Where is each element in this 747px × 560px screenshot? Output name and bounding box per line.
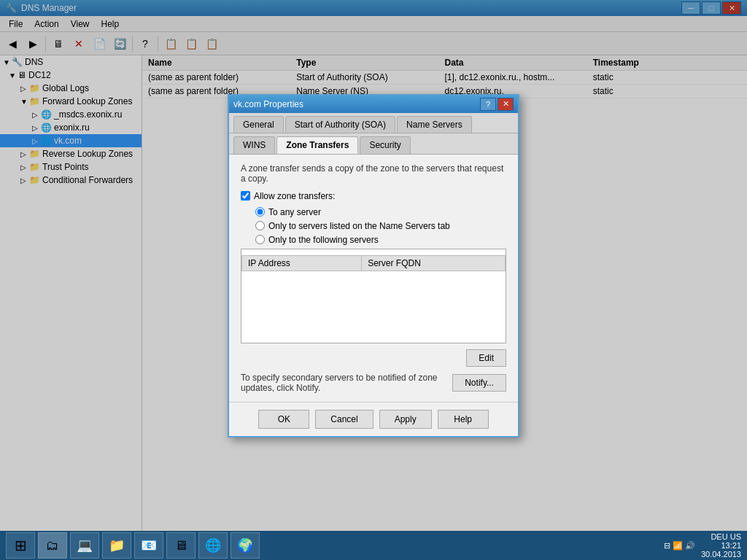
dialog-help-button[interactable]: ? — [480, 98, 496, 111]
server-table-container: IP Address Server FQDN — [241, 249, 506, 343]
taskbar-app-explorer[interactable]: 🗂 — [38, 532, 67, 559]
taskbar-app-powershell[interactable]: 💻 — [70, 532, 99, 559]
radio-any-server-label[interactable]: To any server — [255, 207, 506, 217]
taskbar-app-computer[interactable]: 🖥 — [166, 532, 196, 559]
system-tray-icons: ⊟ 📶 🔊 — [664, 541, 695, 551]
locale-info: DEU US — [701, 532, 741, 541]
taskbar-app-browser[interactable]: 🌍 — [231, 532, 260, 559]
taskbar-clock[interactable]: DEU US 13:21 30.04.2013 — [701, 532, 741, 559]
notify-desc: To specify secondary servers to be notif… — [241, 373, 452, 393]
clock-date: 30.04.2013 — [701, 550, 741, 559]
tab-zone-transfers[interactable]: Zone Transfers — [276, 136, 358, 154]
ok-button[interactable]: OK — [258, 410, 309, 429]
help-button[interactable]: Help — [438, 410, 489, 429]
radio-following-servers-text: Only to the following servers — [268, 235, 379, 245]
taskbar-app-folder[interactable]: 📁 — [102, 532, 131, 559]
taskbar-app-network[interactable]: 🌐 — [198, 532, 228, 559]
dialog-close-button[interactable]: ✕ — [498, 98, 514, 111]
col-server-fqdn: Server FQDN — [362, 255, 506, 271]
properties-dialog: vk.com Properties ? ✕ General Start of A… — [228, 94, 519, 438]
dialog-body: A zone transfer sends a copy of the zone… — [229, 155, 518, 402]
tab-soa[interactable]: Start of Authority (SOA) — [285, 116, 395, 133]
radio-any-server-text: To any server — [268, 207, 321, 217]
tab-bar-row2: WINS Zone Transfers Security — [229, 133, 518, 155]
allow-zone-transfers-checkbox-label[interactable]: Allow zone transfers: — [241, 191, 506, 201]
allow-zone-transfers-checkbox[interactable] — [241, 191, 250, 201]
tab-wins[interactable]: WINS — [233, 136, 275, 154]
radio-following-servers-label[interactable]: Only to the following servers — [255, 235, 506, 245]
dialog-title-buttons: ? ✕ — [480, 98, 514, 111]
notify-button[interactable]: Notify... — [452, 374, 506, 392]
taskbar-app-mail[interactable]: 📧 — [134, 532, 163, 559]
modal-overlay: vk.com Properties ? ✕ General Start of A… — [0, 0, 747, 531]
dialog-actions: OK Cancel Apply Help — [229, 402, 518, 436]
dialog-title: vk.com Properties — [233, 99, 303, 109]
radio-name-servers-label[interactable]: Only to servers listed on the Name Serve… — [255, 221, 506, 231]
cancel-button[interactable]: Cancel — [315, 410, 373, 429]
notify-row: To specify secondary servers to be notif… — [241, 373, 506, 393]
clock-time: 13:21 — [701, 541, 741, 550]
allow-zone-transfers-label: Allow zone transfers: — [254, 191, 335, 201]
edit-button[interactable]: Edit — [466, 349, 506, 367]
radio-any-server[interactable] — [255, 207, 265, 217]
start-icon: ⊞ — [15, 537, 27, 554]
server-table: IP Address Server FQDN — [241, 255, 506, 271]
apply-button[interactable]: Apply — [379, 410, 432, 429]
dialog-title-bar: vk.com Properties ? ✕ — [229, 96, 518, 113]
radio-name-servers-text: Only to servers listed on the Name Serve… — [268, 221, 450, 231]
tab-name-servers[interactable]: Name Servers — [397, 116, 472, 133]
zone-transfer-desc: A zone transfer sends a copy of the zone… — [241, 163, 506, 184]
tab-bar-row1: General Start of Authority (SOA) Name Se… — [229, 113, 518, 133]
col-ip-address: IP Address — [242, 255, 362, 271]
tab-general[interactable]: General — [233, 116, 284, 133]
taskbar-right: ⊟ 📶 🔊 DEU US 13:21 30.04.2013 — [664, 532, 741, 559]
taskbar-apps: ⊞ 🗂 💻 📁 📧 🖥 🌐 🌍 — [6, 532, 260, 559]
taskbar-start[interactable]: ⊞ — [6, 532, 35, 559]
taskbar: ⊞ 🗂 💻 📁 📧 🖥 🌐 🌍 ⊟ 📶 🔊 DEU US 13:21 30.04… — [0, 531, 747, 560]
tab-security[interactable]: Security — [360, 136, 410, 154]
radio-following-servers[interactable] — [255, 235, 265, 244]
radio-name-servers[interactable] — [255, 221, 265, 230]
